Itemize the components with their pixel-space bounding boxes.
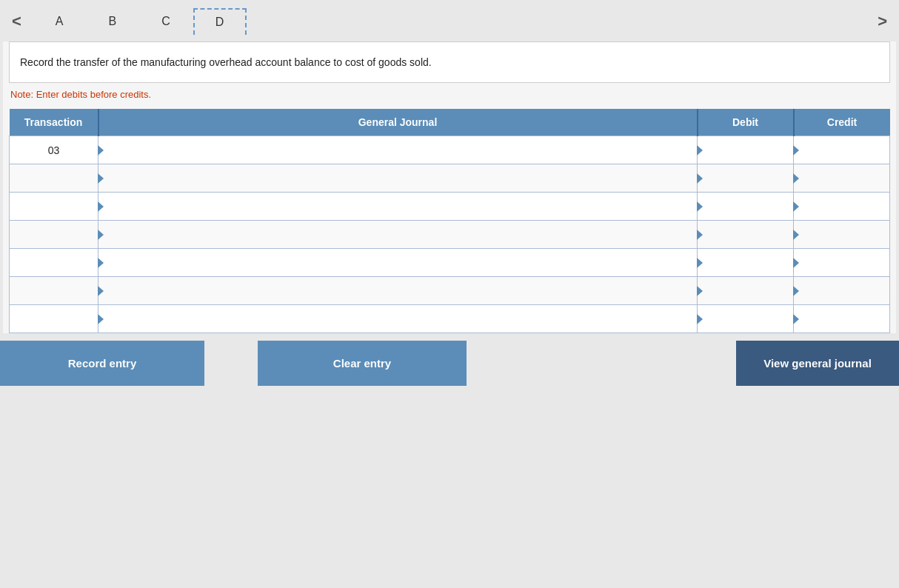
journal-input-3[interactable] — [107, 193, 697, 220]
tab-c[interactable]: C — [139, 7, 193, 36]
credit-cell-6[interactable] — [794, 277, 890, 305]
debit-input-6[interactable] — [706, 277, 793, 304]
journal-cell-2[interactable] — [98, 164, 698, 193]
transaction-cell-1: 03 — [10, 136, 98, 164]
journal-table-container: Transaction General Journal Debit Credit… — [9, 109, 890, 333]
row-arrow-2 — [98, 173, 104, 184]
note-text: Note: Enter debits before credits. — [10, 89, 151, 100]
credit-cell-4[interactable] — [794, 221, 890, 249]
credit-cell-1[interactable] — [794, 136, 890, 164]
credit-arrow-4 — [793, 230, 799, 240]
credit-cell-7[interactable] — [794, 305, 890, 333]
journal-cell-1[interactable] — [98, 136, 698, 164]
journal-input-4[interactable] — [107, 221, 697, 248]
debit-input-1[interactable] — [706, 136, 793, 164]
tab-d[interactable]: D — [193, 8, 247, 35]
credit-arrow-2 — [793, 173, 799, 184]
credit-input-7[interactable] — [803, 305, 889, 333]
debit-arrow-5 — [697, 258, 703, 268]
row-arrow-7 — [98, 314, 104, 324]
debit-cell-7[interactable] — [698, 305, 794, 333]
row-arrow-1 — [98, 145, 104, 156]
debit-cell-4[interactable] — [698, 221, 794, 249]
tab-b[interactable]: B — [87, 7, 140, 36]
debit-arrow-1 — [697, 145, 703, 156]
table-row — [10, 221, 890, 249]
debit-input-2[interactable] — [706, 164, 793, 192]
record-entry-button[interactable]: Record entry — [0, 341, 204, 386]
table-row: 03 — [10, 136, 890, 164]
transaction-cell-5 — [10, 249, 98, 277]
view-general-journal-button[interactable]: View general journal — [736, 341, 899, 386]
tab-a[interactable]: A — [33, 7, 87, 36]
journal-input-2[interactable] — [107, 164, 697, 192]
description-box: Record the transfer of the manufacturing… — [9, 41, 890, 83]
debit-arrow-7 — [697, 314, 703, 324]
debit-arrow-6 — [697, 286, 703, 296]
table-header-row: Transaction General Journal Debit Credit — [10, 109, 890, 136]
debit-arrow-4 — [697, 230, 703, 240]
journal-cell-5[interactable] — [98, 249, 698, 277]
debit-input-7[interactable] — [706, 305, 793, 333]
journal-table: Transaction General Journal Debit Credit… — [9, 109, 890, 333]
tab-navigation: < A B C D > — [0, 0, 899, 36]
journal-input-1[interactable] — [107, 136, 697, 164]
main-content: Record the transfer of the manufacturing… — [3, 41, 896, 333]
transaction-cell-6 — [10, 277, 98, 305]
journal-input-7[interactable] — [107, 305, 697, 333]
debit-arrow-3 — [697, 201, 703, 212]
credit-input-1[interactable] — [803, 136, 889, 164]
debit-cell-2[interactable] — [698, 164, 794, 193]
right-arrow-button[interactable]: > — [866, 12, 899, 31]
spacer-2 — [467, 341, 736, 386]
header-credit: Credit — [794, 109, 890, 136]
credit-arrow-3 — [793, 201, 799, 212]
table-row — [10, 249, 890, 277]
debit-input-5[interactable] — [706, 249, 793, 276]
credit-input-2[interactable] — [803, 164, 889, 192]
journal-input-6[interactable] — [107, 277, 697, 304]
debit-cell-5[interactable] — [698, 249, 794, 277]
journal-input-5[interactable] — [107, 249, 697, 276]
transaction-cell-4 — [10, 221, 98, 249]
credit-arrow-5 — [793, 258, 799, 268]
credit-arrow-7 — [793, 314, 799, 324]
description-text: Record the transfer of the manufacturing… — [20, 56, 432, 68]
spacer-1 — [204, 341, 258, 386]
journal-cell-6[interactable] — [98, 277, 698, 305]
credit-input-4[interactable] — [803, 221, 889, 248]
table-row — [10, 305, 890, 333]
row-arrow-6 — [98, 286, 104, 296]
debit-input-3[interactable] — [706, 193, 793, 220]
credit-input-5[interactable] — [803, 249, 889, 276]
row-arrow-5 — [98, 258, 104, 268]
left-arrow-button[interactable]: < — [0, 12, 33, 31]
table-row — [10, 193, 890, 221]
row-arrow-3 — [98, 201, 104, 212]
header-general-journal: General Journal — [98, 109, 698, 136]
button-bar: Record entry Clear entry View general jo… — [0, 341, 899, 386]
note-line: Note: Enter debits before credits. — [3, 83, 896, 106]
table-row — [10, 277, 890, 305]
table-row — [10, 164, 890, 193]
debit-cell-3[interactable] — [698, 193, 794, 221]
journal-cell-7[interactable] — [98, 305, 698, 333]
debit-cell-6[interactable] — [698, 277, 794, 305]
transaction-cell-3 — [10, 193, 98, 221]
credit-arrow-1 — [793, 145, 799, 156]
clear-entry-button[interactable]: Clear entry — [258, 341, 467, 386]
header-debit: Debit — [698, 109, 794, 136]
transaction-cell-7 — [10, 305, 98, 333]
debit-input-4[interactable] — [706, 221, 793, 248]
credit-cell-2[interactable] — [794, 164, 890, 193]
journal-cell-4[interactable] — [98, 221, 698, 249]
credit-arrow-6 — [793, 286, 799, 296]
debit-arrow-2 — [697, 173, 703, 184]
credit-input-6[interactable] — [803, 277, 889, 304]
journal-cell-3[interactable] — [98, 193, 698, 221]
credit-cell-5[interactable] — [794, 249, 890, 277]
credit-input-3[interactable] — [803, 193, 889, 220]
header-transaction: Transaction — [10, 109, 98, 136]
credit-cell-3[interactable] — [794, 193, 890, 221]
debit-cell-1[interactable] — [698, 136, 794, 164]
